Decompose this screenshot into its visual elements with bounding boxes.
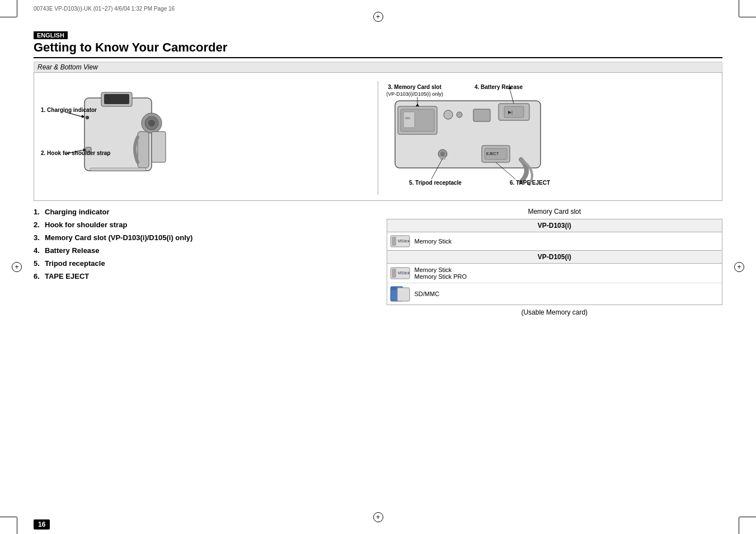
svg-text:6. TAPE EJECT: 6. TAPE EJECT — [510, 180, 550, 186]
crop-mark-tl-v — [17, 0, 17, 17]
svg-text:EJECT: EJECT — [486, 152, 499, 156]
item-text-3: Memory Card slot (VP-D103(i)/D105(i) onl… — [45, 233, 192, 242]
memory-card-title: Memory Card slot — [387, 208, 723, 216]
crop-mark-br-h — [739, 517, 756, 517]
main-content: ENGLISH Getting to Know Your Camcorder R… — [34, 31, 722, 512]
sd-label-105: SD/MMC — [415, 291, 440, 297]
svg-text:2. Hook for shoulder strap: 2. Hook for shoulder strap — [41, 150, 110, 156]
svg-text:3. Memory Card slot: 3. Memory Card slot — [388, 84, 442, 90]
crop-mark-tl-h — [0, 17, 17, 17]
ms-labels-105: Memory Stick Memory Stick PRO — [415, 266, 467, 280]
diagram-left: 1. Charging indicator 2. Hook for should… — [40, 81, 369, 195]
reg-circle-left — [12, 262, 22, 272]
item-num-5: 5. — [34, 259, 43, 268]
diagram-right: 3. Memory Card slot (VP-D103(i)/D105(i) … — [387, 81, 716, 195]
item-text-2: Hook for shoulder strap — [45, 221, 127, 229]
svg-marker-54 — [391, 287, 397, 290]
crop-mark-tr-h — [739, 17, 756, 17]
english-label: ENGLISH — [34, 31, 68, 39]
crop-mark-bl-h — [0, 517, 17, 517]
model-vp-d105: VP-D105(i) MStick Memory Stick Memory St… — [387, 250, 722, 305]
crop-mark-br-v — [739, 517, 739, 534]
diagram-divider — [378, 81, 378, 195]
svg-rect-12 — [90, 168, 146, 171]
reg-circle-right — [734, 262, 744, 272]
ms-card-icon-105: MStick — [390, 267, 410, 279]
svg-text:MS: MS — [405, 116, 410, 120]
ms-label-105a: Memory Stick — [415, 266, 467, 273]
item-num-6: 6. — [34, 272, 43, 280]
list-item: 4. Battery Release — [34, 246, 370, 255]
ms-label-105b: Memory Stick PRO — [415, 273, 467, 280]
crop-mark-bl-v — [17, 517, 17, 534]
page-header: 00743E VP-D103(i)-UK (01~27) 4/6/04 1:32… — [34, 6, 722, 12]
ms-label-103: Memory Stick — [415, 238, 452, 245]
list-item: 6. TAPE EJECT — [34, 272, 370, 280]
svg-rect-10 — [152, 132, 166, 162]
svg-text:5. Tripod receptacle: 5. Tripod receptacle — [409, 180, 462, 186]
page-title: Getting to Know Your Camcorder — [34, 40, 722, 58]
model-vp-d103: VP-D103(i) MStick Memory Stick — [387, 219, 722, 250]
page-number: 16 — [34, 519, 50, 530]
svg-rect-11 — [138, 132, 149, 168]
svg-rect-48 — [392, 237, 396, 246]
mc-content-105-sd: SD/MMC — [387, 283, 722, 305]
svg-text:4. Battery Release: 4. Battery Release — [475, 84, 523, 90]
svg-text:▶|: ▶| — [508, 110, 513, 115]
svg-rect-25 — [403, 112, 415, 128]
list-item: 5. Tripod receptacle — [34, 259, 370, 268]
sd-card-icon-105 — [390, 286, 410, 302]
item-text-4: Battery Release — [45, 246, 100, 255]
item-num-3: 3. — [34, 233, 43, 242]
item-list: 1. Charging indicator 2. Hook for should… — [34, 208, 370, 316]
list-item: 3. Memory Card slot (VP-D103(i)/D105(i) … — [34, 233, 370, 242]
item-num-2: 2. — [34, 221, 43, 229]
below-diagram: 1. Charging indicator 2. Hook for should… — [34, 208, 722, 316]
diagram-box: 1. Charging indicator 2. Hook for should… — [34, 72, 722, 201]
svg-point-34 — [444, 110, 453, 119]
svg-point-38 — [440, 152, 445, 156]
bottom-view-svg: 3. Memory Card slot (VP-D103(i)/D105(i) … — [387, 81, 599, 193]
usable-label: (Usable Memory card) — [387, 308, 723, 316]
mc-content-105-ms: MStick Memory Stick Memory Stick PRO — [387, 264, 722, 283]
svg-rect-55 — [397, 288, 410, 301]
svg-text:(VP-D103(i)/D105(i) only): (VP-D103(i)/D105(i) only) — [387, 91, 443, 97]
items-ol: 1. Charging indicator 2. Hook for should… — [34, 208, 370, 280]
svg-rect-51 — [392, 269, 396, 278]
item-text-6: TAPE EJECT — [45, 272, 89, 280]
model-name-103: VP-D103(i) — [387, 219, 722, 232]
svg-text:MStick: MStick — [398, 239, 410, 243]
doc-info: 00743E VP-D103(i)-UK (01~27) 4/6/04 1:32… — [34, 6, 175, 12]
section-label: Rear & Bottom View — [34, 62, 722, 72]
svg-point-35 — [457, 112, 462, 118]
svg-rect-2 — [104, 94, 129, 104]
memory-card-table: VP-D103(i) MStick Memory Stick VP-D105(i… — [387, 219, 723, 305]
item-num-4: 4. — [34, 246, 43, 255]
list-item: 1. Charging indicator — [34, 208, 370, 216]
svg-text:1. Charging indicator: 1. Charging indicator — [41, 107, 97, 113]
mc-content-103: MStick Memory Stick — [387, 232, 722, 250]
item-num-1: 1. — [34, 208, 43, 216]
reg-circle-top — [373, 12, 383, 22]
item-text-5: Tripod receptacle — [45, 259, 105, 268]
reg-circle-bottom — [373, 512, 383, 522]
list-item: 2. Hook for shoulder strap — [34, 221, 370, 229]
svg-rect-36 — [473, 109, 490, 121]
model-name-105: VP-D105(i) — [387, 251, 722, 264]
svg-point-5 — [148, 120, 155, 127]
item-text-1: Charging indicator — [45, 208, 110, 216]
crop-mark-tr-v — [739, 0, 739, 17]
svg-rect-30 — [504, 106, 524, 118]
memory-card-section: Memory Card slot VP-D103(i) MStick Memor… — [387, 208, 723, 316]
svg-text:MStick: MStick — [398, 271, 410, 275]
ms-card-icon-103: MStick — [390, 235, 410, 247]
svg-point-7 — [86, 116, 89, 119]
rear-view-svg: 1. Charging indicator 2. Hook for should… — [40, 81, 208, 193]
